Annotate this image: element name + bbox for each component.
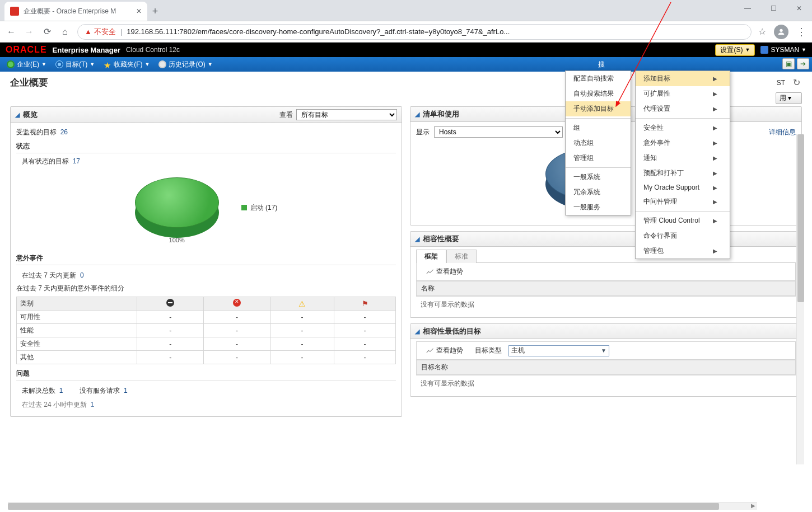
settings-button[interactable]: 设置(S)▼ — [715, 44, 755, 56]
trend-icon — [426, 348, 434, 354]
menu-item[interactable]: 动态组 — [566, 135, 631, 151]
warning-icon: ⚠ — [298, 299, 306, 308]
overview-title: 概览 — [23, 110, 38, 120]
menu-item[interactable]: 管理 Cloud Control▶ — [636, 213, 730, 228]
search-go-2[interactable]: ➔ — [797, 58, 809, 69]
menu-item[interactable]: 中间件管理▶ — [636, 194, 730, 209]
menu-item[interactable]: 一般服务 — [566, 200, 631, 215]
details-link[interactable]: 详细信息 — [769, 128, 796, 137]
no-sr-label: 没有服务请求 — [80, 387, 120, 394]
bookmark-icon[interactable]: ☆ — [758, 26, 766, 37]
refresh-time-suffix: ST — [777, 79, 785, 87]
oracle-header: ORACLE Enterprise Manager Cloud Control … — [0, 43, 812, 57]
unresolved-count[interactable]: 1 — [59, 387, 63, 394]
close-window-button[interactable]: ✕ — [786, 0, 812, 17]
last24-count[interactable]: 1 — [91, 401, 95, 408]
search-go-1[interactable]: ▣ — [782, 58, 795, 69]
show-select[interactable]: Hosts — [434, 126, 563, 138]
collapse-icon[interactable]: ◢ — [415, 328, 419, 335]
menu-item[interactable]: 一般系统 — [566, 170, 631, 185]
menu-item[interactable]: 代理设置▶ — [636, 101, 730, 116]
status-targets-label: 具有状态的目标 — [22, 157, 69, 165]
updated7-count[interactable]: 0 — [80, 271, 84, 279]
col-category: 类别 — [17, 297, 137, 311]
nav-history[interactable]: 历史记录(O) ▼ — [158, 60, 212, 69]
home-button[interactable]: ⌂ — [59, 26, 71, 37]
nav-favorites[interactable]: ★收藏夹(F) ▼ — [104, 60, 150, 69]
tab-standard[interactable]: 标准 — [446, 250, 477, 263]
auto-refresh-select[interactable]: 用 ▾ — [776, 92, 802, 104]
menu-item[interactable]: 命令行界面 — [636, 228, 730, 243]
url-input[interactable]: ▲ 不安全 | 192.168.56.111:7802/em/faces/cor… — [77, 24, 752, 40]
vertical-scrollbar[interactable] — [796, 134, 804, 464]
close-tab-icon[interactable]: ✕ — [136, 7, 142, 15]
menu-item[interactable]: My Oracle Support▶ — [636, 181, 730, 194]
browser-tab[interactable]: 企业概要 - Oracle Enterprise M ✕ — [4, 2, 147, 21]
table-row: 其他---- — [17, 351, 396, 364]
view-trend-button[interactable]: 查看趋势 — [421, 344, 468, 357]
reload-button[interactable]: ⟳ — [41, 26, 53, 37]
oracle-logo: ORACLE — [6, 45, 47, 55]
problems-header: 问题 — [16, 369, 396, 381]
menu-item[interactable]: 添加目标▶ — [636, 71, 730, 86]
minimize-button[interactable]: — — [735, 0, 760, 17]
menu-item[interactable]: 手动添加目标 — [566, 101, 631, 116]
clock-icon — [158, 60, 166, 68]
overview-panel: ◢ 概览 查看 所有目标 受监视的目标 26 状态 具有状态的目标 17 100… — [10, 106, 402, 417]
menu-item[interactable]: 意外事件▶ — [636, 135, 730, 151]
product-name: Enterprise Manager — [53, 46, 120, 54]
incidents-header: 意外事件 — [16, 253, 396, 265]
menu-item[interactable]: 预配和打补丁▶ — [636, 166, 730, 181]
menu-item[interactable]: 冗余系统 — [566, 185, 631, 200]
compat-title: 相容性概要 — [423, 234, 459, 244]
horizontal-scrollbar[interactable]: ▶ — [8, 502, 757, 510]
collapse-icon[interactable]: ◢ — [415, 111, 419, 118]
inventory-title: 清单和使用 — [423, 109, 459, 119]
back-button[interactable]: ← — [6, 26, 17, 37]
menu-icon[interactable]: ⋮ — [796, 26, 806, 38]
forward-button[interactable]: → — [24, 26, 35, 37]
menu-item[interactable]: 自动搜索结果 — [566, 86, 631, 101]
menu-item[interactable]: 管理组 — [566, 151, 631, 166]
flag-icon: ⚑ — [362, 299, 368, 308]
svg-point-0 — [780, 29, 782, 31]
target-type-combo[interactable]: 主机▼ — [508, 345, 609, 356]
oracle-nav: 企业(E) ▼ 目标(T) ▼ ★收藏夹(F) ▼ 历史记录(O) ▼ 搜 ▣ … — [0, 57, 812, 72]
view-trend-button[interactable]: 查看趋势 — [421, 265, 468, 278]
browser-tab-strip: 企业概要 - Oracle Enterprise M ✕ + — ☐ ✕ — [0, 0, 812, 21]
new-tab-button[interactable]: + — [147, 2, 163, 21]
monitored-count[interactable]: 26 — [60, 128, 68, 136]
collapse-icon[interactable]: ◢ — [15, 111, 20, 119]
user-menu[interactable]: SYSMAN▼ — [760, 46, 806, 54]
user-icon — [760, 46, 768, 54]
unresolved-label: 未解决总数 — [22, 387, 55, 394]
status-targets-count[interactable]: 17 — [73, 157, 80, 165]
no-sr-count[interactable]: 1 — [124, 387, 128, 394]
nav-enterprise[interactable]: 企业(E) ▼ — [7, 60, 46, 69]
view-select[interactable]: 所有目标 — [296, 109, 397, 120]
table-row: 可用性---- — [17, 311, 396, 324]
insecure-icon: ▲ 不安全 — [85, 27, 116, 37]
menu-item[interactable]: 组 — [566, 120, 631, 135]
status-legend[interactable]: 启动 (17) — [241, 203, 278, 213]
menu-item[interactable]: 管理包▶ — [636, 243, 730, 259]
down-icon — [166, 299, 174, 307]
settings-menu: 添加目标▶可扩展性▶代理设置▶安全性▶意外事件▶通知▶预配和打补丁▶My Ora… — [635, 71, 730, 259]
globe-icon — [7, 60, 15, 68]
last24-label: 在过去 24 小时中更新 — [22, 401, 87, 408]
nav-go-buttons: ▣ ➔ — [782, 58, 809, 69]
menu-item[interactable]: 安全性▶ — [636, 120, 730, 135]
refresh-icon[interactable]: ↻ — [791, 77, 802, 88]
menu-item[interactable]: 通知▶ — [636, 151, 730, 166]
collapse-icon[interactable]: ◢ — [415, 236, 419, 243]
no-data-label: 没有可显示的数据 — [416, 297, 796, 313]
tab-framework[interactable]: 框架 — [416, 250, 446, 263]
nav-targets[interactable]: 目标(T) ▼ — [55, 60, 95, 69]
profile-avatar-icon[interactable] — [774, 25, 788, 39]
col-target-name: 目标名称 — [417, 360, 795, 375]
maximize-button[interactable]: ☐ — [760, 0, 786, 17]
menu-item[interactable]: 可扩展性▶ — [636, 86, 730, 101]
menu-item[interactable]: 配置自动搜索 — [566, 71, 631, 86]
target-type-label: 目标类型 — [475, 346, 502, 355]
updated7-label: 在过去 7 天内更新 — [22, 271, 76, 279]
